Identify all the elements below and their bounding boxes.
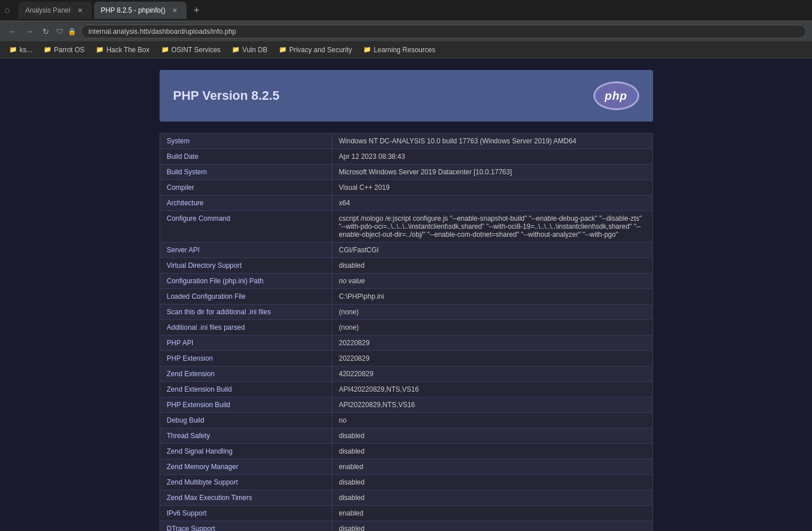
- table-row: Configure Commandcscript /nologo /e:jscr…: [160, 211, 652, 243]
- row-key: Server API: [160, 243, 332, 258]
- row-key: IPv6 Support: [160, 506, 332, 521]
- table-row: Zend Extension BuildAPI420220829,NTS,VS1…: [160, 382, 652, 397]
- row-value: cscript /nologo /e:jscript configure.js …: [332, 211, 652, 243]
- row-value: API420220829,NTS,VS16: [332, 382, 652, 397]
- tab-analysis-close[interactable]: ✕: [75, 6, 85, 15]
- row-value: (none): [332, 320, 652, 335]
- bookmark-learning-label: Learning Resources: [374, 46, 435, 54]
- table-row: CompilerVisual C++ 2019: [160, 180, 652, 196]
- folder-icon-3: 📁: [96, 46, 104, 53]
- row-value: disabled: [332, 444, 652, 459]
- row-key: Configure Command: [160, 211, 332, 243]
- php-logo-text: php: [605, 89, 628, 103]
- row-value: disabled: [332, 475, 652, 490]
- tab-phpinfo[interactable]: PHP 8.2.5 - phpinfo() ✕: [94, 2, 187, 19]
- table-row: Debug Buildno: [160, 413, 652, 428]
- table-row: Additional .ini files parsed(none): [160, 320, 652, 335]
- row-value: C:\PHP\php.ini: [332, 289, 652, 304]
- row-value: disabled: [332, 258, 652, 274]
- row-key: Zend Multibyte Support: [160, 475, 332, 490]
- folder-icon-5: 📁: [232, 46, 240, 53]
- row-key: Debug Build: [160, 413, 332, 428]
- row-key: Zend Signal Handling: [160, 444, 332, 459]
- row-value: 420220829: [332, 366, 652, 382]
- row-value: enabled: [332, 506, 652, 521]
- php-version-title: PHP Version 8.2.5: [173, 88, 279, 103]
- back-button[interactable]: ←: [6, 25, 18, 38]
- row-value: Microsoft Windows Server 2019 Datacenter…: [332, 165, 652, 180]
- forward-button[interactable]: →: [23, 25, 36, 38]
- row-value: 20220829: [332, 351, 652, 366]
- row-key: Loaded Configuration File: [160, 289, 332, 304]
- row-key: Zend Memory Manager: [160, 459, 332, 475]
- table-row: PHP Extension BuildAPI20220829,NTS,VS16: [160, 397, 652, 413]
- row-key: DTrace Support: [160, 521, 332, 532]
- row-key: Zend Extension: [160, 366, 332, 382]
- table-row: Thread Safetydisabled: [160, 428, 652, 444]
- table-row: Zend Max Execution Timersdisabled: [160, 490, 652, 506]
- row-key: PHP Extension: [160, 351, 332, 366]
- table-row: Architecturex64: [160, 196, 652, 211]
- row-key: PHP Extension Build: [160, 397, 332, 413]
- row-value: 20220829: [332, 335, 652, 351]
- row-key: Additional .ini files parsed: [160, 320, 332, 335]
- bookmark-htb[interactable]: 📁 Hack The Box: [91, 45, 154, 55]
- bookmark-privacy-label: Privacy and Security: [289, 46, 352, 54]
- php-logo: php: [593, 81, 639, 110]
- table-row: Build SystemMicrosoft Windows Server 201…: [160, 165, 652, 180]
- row-value: Apr 12 2023 08:38:43: [332, 149, 652, 165]
- row-key: Architecture: [160, 196, 332, 211]
- folder-icon-2: 📁: [44, 46, 52, 53]
- table-row: Scan this dir for additional .ini files(…: [160, 304, 652, 320]
- row-value: x64: [332, 196, 652, 211]
- row-value: CGI/FastCGI: [332, 243, 652, 258]
- tab-bar: ⬡ Analysis Panel ✕ PHP 8.2.5 - phpinfo()…: [0, 0, 812, 21]
- bookmark-vulndb-label: Vuln DB: [242, 46, 267, 54]
- bookmark-learning[interactable]: 📁 Learning Resources: [359, 45, 440, 55]
- table-row: SystemWindows NT DC-ANALYSIS 10.0 build …: [160, 134, 652, 149]
- table-row: PHP Extension20220829: [160, 351, 652, 366]
- row-value: no value: [332, 274, 652, 289]
- table-row: Loaded Configuration FileC:\PHP\php.ini: [160, 289, 652, 304]
- row-value: enabled: [332, 459, 652, 475]
- address-bar-row: ← → ↻ 🛡 🔒: [0, 21, 812, 41]
- bookmark-bks[interactable]: 📁 ks...: [5, 45, 37, 55]
- bookmark-osint[interactable]: 📁 OSINT Services: [157, 45, 226, 55]
- row-key: System: [160, 134, 332, 149]
- row-key: Zend Extension Build: [160, 382, 332, 397]
- tab-phpinfo-close[interactable]: ✕: [170, 6, 180, 15]
- folder-icon-4: 📁: [161, 46, 169, 53]
- reload-button[interactable]: ↻: [40, 25, 52, 38]
- bookmark-parrot-label: Parrot OS: [54, 46, 84, 54]
- row-key: Zend Max Execution Timers: [160, 490, 332, 506]
- table-row: Server APICGI/FastCGI: [160, 243, 652, 258]
- table-row: DTrace Supportdisabled: [160, 521, 652, 532]
- bookmark-htb-label: Hack The Box: [106, 46, 149, 54]
- bookmark-vulndb[interactable]: 📁 Vuln DB: [227, 45, 272, 55]
- bookmark-parrot[interactable]: 📁 Parrot OS: [39, 45, 89, 55]
- row-value: no: [332, 413, 652, 428]
- row-key: Virtual Directory Support: [160, 258, 332, 274]
- phpinfo-table: SystemWindows NT DC-ANALYSIS 10.0 build …: [160, 133, 653, 531]
- table-row: Zend Extension420220829: [160, 366, 652, 382]
- address-input[interactable]: [81, 25, 806, 38]
- row-value: API20220829,NTS,VS16: [332, 397, 652, 413]
- folder-icon-6: 📁: [279, 46, 287, 53]
- row-value: disabled: [332, 490, 652, 506]
- bookmark-privacy[interactable]: 📁 Privacy and Security: [274, 45, 356, 55]
- browser-chrome: ⬡ Analysis Panel ✕ PHP 8.2.5 - phpinfo()…: [0, 0, 812, 58]
- row-key: Build System: [160, 165, 332, 180]
- row-value: (none): [332, 304, 652, 320]
- table-row: Build DateApr 12 2023 08:38:43: [160, 149, 652, 165]
- new-tab-button[interactable]: +: [189, 5, 204, 17]
- table-row: Virtual Directory Supportdisabled: [160, 258, 652, 274]
- row-value: disabled: [332, 428, 652, 444]
- phpinfo-container: PHP Version 8.2.5 php SystemWindows NT D…: [148, 58, 665, 531]
- tab-analysis[interactable]: Analysis Panel ✕: [18, 2, 92, 19]
- table-row: Zend Multibyte Supportdisabled: [160, 475, 652, 490]
- folder-icon-7: 📁: [363, 46, 371, 53]
- row-value: Visual C++ 2019: [332, 180, 652, 196]
- table-row: PHP API20220829: [160, 335, 652, 351]
- row-value: Windows NT DC-ANALYSIS 10.0 build 17763 …: [332, 134, 652, 149]
- row-key: Build Date: [160, 149, 332, 165]
